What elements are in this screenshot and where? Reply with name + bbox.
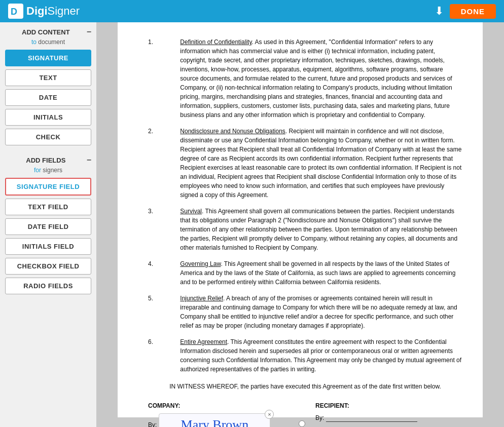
para-num-5: 5. — [148, 294, 178, 303]
done-button[interactable]: DONE — [450, 4, 496, 19]
para-body-2: Nondisclosure and Nonuse Obligations. Re… — [180, 127, 461, 200]
add-fields-header: ADD FIELDS − — [5, 156, 91, 165]
main-layout: ADD CONTENT − to document SIGNATURE TEXT… — [0, 22, 504, 427]
recipient-sig-line[interactable] — [326, 414, 417, 422]
svg-text:D: D — [11, 7, 17, 17]
app-header: D DigiSigner ⬇ DONE — [0, 0, 504, 22]
add-content-title: ADD CONTENT — [5, 28, 87, 36]
add-fields-section: ADD FIELDS − for signers SIGNATURE FIELD… — [5, 156, 91, 294]
for-text: for — [34, 167, 41, 174]
company-by-row: By: Mary Brown × — [148, 413, 295, 427]
paragraph-6: 6. Entire Agreement. This Agreement cons… — [148, 337, 462, 374]
paragraph-2: 2. Nondisclosure and Nonuse Obligations.… — [148, 127, 462, 200]
signature-radio[interactable] — [299, 420, 305, 428]
company-column: COMPANY: By: Mary Brown × — [148, 401, 295, 427]
paragraph-4: 4. Governing Law. This Agreement shall b… — [148, 259, 462, 287]
recipient-by-row: By: — [315, 413, 462, 422]
para-title-3: Survival — [180, 208, 202, 215]
logo-digi: Digi — [26, 5, 48, 17]
signature-box[interactable]: Mary Brown × — [159, 413, 270, 427]
document-text: document — [38, 38, 65, 46]
logo-text: DigiSigner — [26, 5, 80, 18]
signers-text: signers — [43, 167, 62, 174]
add-fields-title: ADD FIELDS — [5, 157, 87, 164]
add-content-section: ADD CONTENT − to document SIGNATURE TEXT… — [5, 27, 91, 145]
sig-columns: COMPANY: By: Mary Brown × — [148, 401, 462, 427]
para-title-5: Injunctive Relief — [180, 295, 223, 302]
recipient-column: RECIPIENT: By: Name: Title: — [315, 401, 462, 427]
para-num-6: 6. — [148, 337, 178, 346]
document-area: 1. Definition of Confidentiality. As use… — [96, 22, 504, 427]
para-title-6: Entire Agreement — [180, 338, 227, 345]
header-actions: ⬇ DONE — [435, 4, 496, 19]
para-body-5: Injunctive Relief. A breach of any of th… — [180, 294, 461, 330]
para-title-1: Definition of Confidentiality — [180, 38, 251, 46]
close-signature-button[interactable]: × — [265, 410, 274, 419]
signature-button[interactable]: SIGNATURE — [5, 50, 91, 66]
initials-button[interactable]: INITIALS — [5, 109, 91, 126]
collapse-content-button[interactable]: − — [87, 27, 91, 36]
signature-value: Mary Brown — [177, 415, 253, 427]
add-fields-subtitle: for signers — [5, 167, 91, 174]
to-text: to — [31, 38, 37, 46]
check-button[interactable]: CHECK — [5, 129, 91, 145]
para-title-4: Governing Law — [180, 260, 221, 267]
para-num-1: 1. — [148, 37, 178, 47]
sidebar: ADD CONTENT − to document SIGNATURE TEXT… — [0, 22, 96, 427]
company-by-label: By: — [148, 420, 157, 428]
company-label: COMPANY: — [148, 401, 295, 410]
download-icon[interactable]: ⬇ — [435, 5, 444, 18]
logo: D DigiSigner — [8, 4, 80, 19]
para-num-3: 3. — [148, 207, 178, 216]
logo-icon: D — [8, 4, 23, 19]
text-field-button[interactable]: TEXT FIELD — [5, 199, 91, 215]
para-num-4: 4. — [148, 259, 178, 268]
sig-radio-input[interactable] — [299, 420, 305, 427]
date-field-button[interactable]: DATE FIELD — [5, 218, 91, 235]
initials-field-button[interactable]: INITIALS FIELD — [5, 238, 91, 255]
radio-fields-button[interactable]: RADIO FIELDS — [5, 278, 91, 294]
checkbox-field-button[interactable]: CHECKBOX FIELD — [5, 258, 91, 275]
add-content-subtitle: to document — [5, 38, 91, 46]
text-button[interactable]: TEXT — [5, 69, 91, 86]
para-body-1: Definition of Confidentiality. As used i… — [180, 37, 461, 120]
date-button[interactable]: DATE — [5, 89, 91, 106]
paragraph-3: 3. Survival. This Agreement shall govern… — [148, 207, 462, 252]
para-body-4: Governing Law. This Agreement shall be g… — [180, 259, 461, 287]
signature-area: COMPANY: By: Mary Brown × — [148, 401, 462, 427]
recipient-by-label: By: — [315, 413, 324, 422]
para-title-2: Nondisclosure and Nonuse Obligations — [180, 128, 285, 135]
logo-signer: Signer — [48, 5, 80, 17]
document-page: 1. Definition of Confidentiality. As use… — [118, 22, 483, 417]
para-body-3: Survival. This Agreement shall govern al… — [180, 207, 461, 252]
collapse-fields-button[interactable]: − — [87, 156, 91, 165]
para-body-6: Entire Agreement. This Agreement constit… — [180, 337, 461, 374]
paragraph-1: 1. Definition of Confidentiality. As use… — [148, 37, 462, 120]
para-num-2: 2. — [148, 127, 178, 136]
add-content-header: ADD CONTENT − — [5, 27, 91, 36]
paragraph-5: 5. Injunctive Relief. A breach of any of… — [148, 294, 462, 330]
witness-text: IN WITNESS WHEREOF, the parties have exe… — [148, 382, 462, 391]
signature-field-button[interactable]: SIGNATURE FIELD — [5, 178, 91, 196]
recipient-label: RECIPIENT: — [315, 401, 462, 410]
